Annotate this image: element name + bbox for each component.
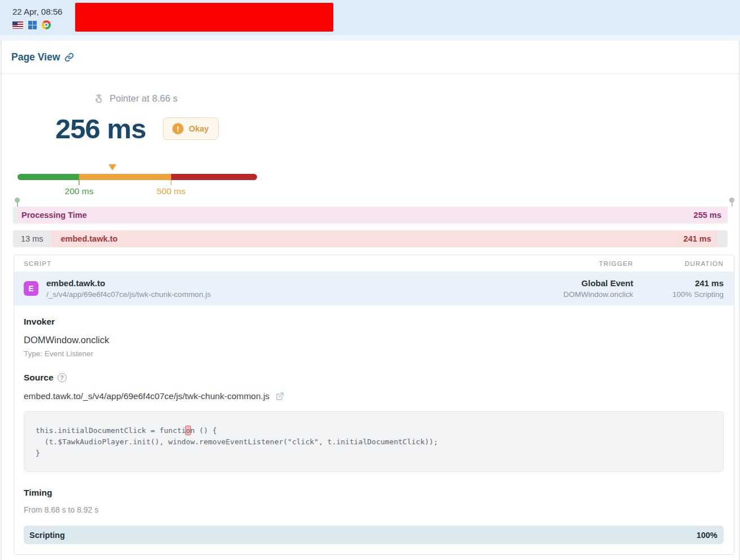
table-header: SCRIPT TRIGGER DURATION: [14, 255, 734, 272]
script-avatar: E: [24, 281, 38, 296]
trigger-cell: Global Event DOMWindow.onclick: [509, 278, 633, 299]
us-flag-icon: [12, 21, 23, 29]
timeline-section: Processing Time 255 ms 13 ms embed.tawk.…: [2, 207, 739, 247]
trailing-segment: [717, 230, 728, 247]
rating-badge: ! Okay: [163, 117, 218, 140]
code-line1-post: n () {: [190, 426, 217, 435]
script-name: embed.tawk.to: [51, 234, 118, 243]
page-view-panel: Page View Pointer at 8.66 s 256 ms: [1, 41, 739, 560]
processing-label: Processing Time: [16, 211, 87, 220]
poor-segment: [171, 174, 257, 180]
source-url-row: embed.tawk.to/_s/v4/app/69e6f4c07ce/js/t…: [24, 391, 724, 401]
invoker-title: Invoker: [24, 317, 724, 327]
details-section: Invoker DOMWindow.onclick Type: Event Li…: [14, 305, 734, 544]
windows-icon: [28, 21, 37, 29]
external-link-icon[interactable]: [275, 392, 284, 401]
threshold-scale: 200 ms 500 ms: [18, 160, 257, 201]
script-cell: embed.tawk.to /_s/v4/app/69e6f4c07ce/js/…: [46, 278, 509, 299]
duration-value: 241 ms: [633, 278, 724, 288]
column-header-trigger: TRIGGER: [509, 260, 633, 267]
metric-value-row: 256 ms ! Okay: [55, 113, 739, 145]
code-line3: }: [36, 449, 40, 457]
interaction-type: Pointer at 8.66 s: [93, 93, 739, 104]
chrome-icon: [42, 20, 51, 29]
processing-time-row[interactable]: Processing Time 255 ms: [13, 207, 728, 224]
script-details-card: SCRIPT TRIGGER DURATION E embed.tawk.to …: [14, 255, 734, 555]
session-icons: [12, 20, 62, 29]
source-title: Source: [24, 373, 54, 383]
breakdown-label: Scripting: [29, 531, 65, 540]
code-line1-pre: this.initialDocumentClick = functi: [36, 426, 186, 435]
processing-duration: 255 ms: [694, 211, 728, 220]
timing-title: Timing: [24, 488, 724, 498]
metric-value: 256 ms: [55, 113, 146, 145]
timing-range: From 8.68 s to 8.92 s: [24, 505, 724, 514]
invoker-type: Type: Event Listener: [24, 349, 724, 358]
timeline-start-pin[interactable]: [15, 198, 20, 203]
session-datetime: 22 Apr, 08:56: [12, 7, 62, 16]
code-line2: (t.$TawkAudioPlayer.init(), window.remov…: [36, 438, 438, 446]
script-duration-bar: embed.tawk.to 241 ms: [51, 230, 717, 247]
script-duration: 241 ms: [684, 234, 717, 243]
permalink-icon[interactable]: [64, 53, 74, 62]
column-header-script: SCRIPT: [24, 260, 509, 267]
column-header-duration: DURATION: [633, 260, 724, 267]
session-meta: 22 Apr, 08:56: [12, 7, 62, 29]
tick-500ms: [171, 180, 172, 185]
rating-label: Okay: [189, 124, 208, 133]
alert-icon: !: [172, 123, 184, 134]
duration-cell: 241 ms 100% Scripting: [633, 278, 724, 299]
threshold-bar: [18, 174, 257, 180]
pointer-label: Pointer at 8.66 s: [110, 93, 177, 104]
pointer-tap-icon: [93, 93, 104, 104]
source-title-row: Source ?: [24, 373, 724, 383]
code-highlight: o: [186, 426, 190, 435]
threshold-label-poor: 500 ms: [137, 186, 205, 196]
good-segment: [18, 174, 79, 180]
redacted-region: [75, 3, 333, 32]
script-domain: embed.tawk.to: [46, 278, 509, 288]
top-bar: 22 Apr, 08:56: [0, 0, 740, 35]
scripting-breakdown-bar: Scripting 100%: [24, 526, 724, 544]
threshold-label-good: 200 ms: [45, 186, 113, 196]
source-code-block[interactable]: this.initialDocumentClick = function () …: [24, 411, 724, 472]
breakdown-value: 100%: [697, 531, 717, 540]
script-timeline-row[interactable]: 13 ms embed.tawk.to 241 ms: [13, 230, 728, 247]
value-marker-icon: [108, 164, 116, 170]
trigger-type: Global Event: [509, 278, 633, 288]
panel-header: Page View: [2, 41, 739, 74]
trigger-detail: DOMWindow.onclick: [509, 290, 633, 299]
duration-detail: 100% Scripting: [633, 290, 724, 299]
help-icon[interactable]: ?: [58, 373, 67, 382]
timeline-end-pin[interactable]: [729, 198, 734, 203]
panel-content: Pointer at 8.66 s 256 ms ! Okay 200 ms 5…: [2, 93, 739, 555]
table-row[interactable]: E embed.tawk.to /_s/v4/app/69e6f4c07ce/j…: [14, 272, 734, 305]
script-path: /_s/v4/app/69e6f4c07ce/js/twk-chunk-comm…: [46, 290, 509, 299]
tick-200ms: [79, 180, 80, 185]
needs-improvement-segment: [79, 174, 171, 180]
pre-delay-chip: 13 ms: [13, 230, 51, 247]
invoker-value: DOMWindow.onclick: [24, 335, 724, 345]
source-url: embed.tawk.to/_s/v4/app/69e6f4c07ce/js/t…: [24, 391, 269, 401]
page-title: Page View: [11, 51, 60, 63]
